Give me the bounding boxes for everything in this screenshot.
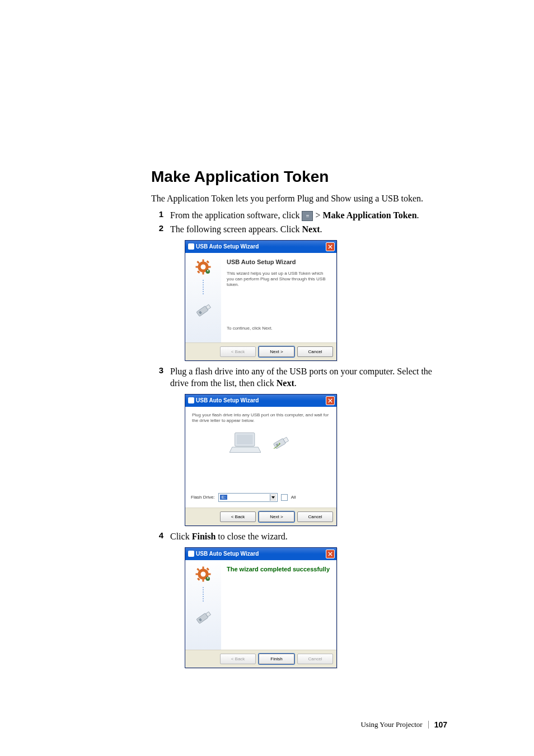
svg-rect-4	[196, 266, 199, 267]
dialog-sidebar-graphic	[185, 560, 221, 650]
usb-plug-icon	[269, 431, 292, 454]
step-2: 2 The following screen appears. Click Ne…	[151, 223, 444, 236]
step-3: 3 Plug a flash drive into any of the USB…	[151, 365, 444, 389]
step-suffix: .	[320, 224, 322, 234]
gear-icon	[195, 259, 212, 275]
step-text-after-icon: >	[315, 210, 322, 220]
step-number: 3	[151, 365, 163, 375]
svg-rect-21	[203, 566, 204, 569]
dialog-title-icon	[188, 243, 194, 250]
next-button[interactable]: Next >	[259, 346, 294, 357]
all-checkbox[interactable]	[281, 494, 288, 501]
dialog-titlebar[interactable]: USB Auto Setup Wizard	[185, 548, 336, 560]
all-label: All	[291, 495, 296, 500]
dialog-title-text: USB Auto Setup Wizard	[196, 397, 259, 403]
close-icon[interactable]	[326, 550, 335, 558]
laptop-icon	[229, 431, 261, 454]
plug-drive-instruction: Plug your flash drive into any USB port …	[192, 412, 330, 423]
wizard-complete-heading: The wizard completed successfully	[227, 566, 331, 572]
svg-rect-22	[203, 579, 204, 582]
page-number: 107	[434, 720, 447, 729]
usb-stick-icon	[192, 299, 214, 321]
svg-rect-23	[196, 573, 199, 575]
svg-point-20	[201, 571, 206, 576]
dialog-title-text: USB Auto Setup Wizard	[196, 551, 259, 557]
close-icon[interactable]	[326, 242, 335, 251]
back-button[interactable]: < Back	[220, 511, 256, 522]
dialog-titlebar[interactable]: USB Auto Setup Wizard	[185, 241, 336, 253]
wizard-heading: USB Auto Setup Wizard	[227, 259, 331, 265]
intro-paragraph: The Application Token lets you perform P…	[151, 192, 444, 205]
menu-icon	[302, 211, 313, 221]
wizard-continue-text: To continue, click Next.	[227, 326, 331, 331]
cancel-button: Cancel	[297, 654, 333, 664]
wizard-dialog-intro: USB Auto Setup Wizard	[185, 240, 337, 361]
back-button: < Back	[220, 346, 256, 357]
svg-rect-2	[203, 259, 204, 262]
step-number: 2	[151, 223, 163, 233]
step-suffix: .	[294, 378, 297, 388]
step-text: Click	[170, 532, 192, 541]
step-text: Plug a flash drive into any of the USB p…	[170, 367, 432, 388]
dialog-title: USB Auto Setup Wizard	[188, 243, 259, 250]
svg-rect-5	[208, 266, 211, 267]
step-body: The following screen appears. Click Next…	[170, 223, 444, 236]
svg-rect-3	[203, 272, 204, 275]
flash-drive-label: Flash Drive:	[191, 495, 215, 500]
footer-section: Using Your Projector	[360, 720, 422, 729]
step-text: The following screen appears. Click	[170, 224, 302, 234]
dialog-titlebar[interactable]: USB Auto Setup Wizard	[185, 395, 336, 407]
chevron-down-icon[interactable]	[270, 494, 276, 501]
cancel-button[interactable]: Cancel	[297, 346, 333, 357]
step-bold: Next	[277, 378, 294, 388]
page-heading: Make Application Token	[151, 168, 444, 186]
back-button: < Back	[220, 654, 256, 664]
step-suffix: to close the wizard.	[216, 532, 287, 541]
close-icon[interactable]	[326, 396, 335, 405]
flash-drive-select[interactable]: E:	[218, 493, 278, 502]
wizard-dialog-complete: USB Auto Setup Wizard	[185, 547, 337, 668]
step-suffix: .	[417, 210, 419, 220]
step-number: 1	[151, 209, 163, 219]
step-number: 4	[151, 530, 163, 540]
wizard-description: This wizard helps you set up a USB Token…	[227, 271, 331, 288]
wizard-dialog-select-drive: USB Auto Setup Wizard Plug your flash dr…	[185, 394, 337, 526]
cancel-button[interactable]: Cancel	[297, 511, 333, 522]
dialog-title-icon	[188, 397, 194, 403]
usb-stick-icon	[192, 606, 214, 628]
step-body: From the application software, click > M…	[170, 209, 444, 222]
dialog-footer: < Back Next > Cancel	[185, 508, 336, 525]
step-bold: Finish	[192, 532, 216, 541]
footer-divider	[428, 721, 429, 729]
dialog-title: USB Auto Setup Wizard	[188, 551, 259, 557]
step-4: 4 Click Finish to close the wizard.	[151, 530, 444, 543]
step-body: Click Finish to close the wizard.	[170, 530, 444, 543]
plug-illustration	[192, 431, 330, 454]
next-button[interactable]: Next >	[259, 511, 294, 522]
step-bold: Make Application Token	[323, 210, 417, 220]
step-body: Plug a flash drive into any of the USB p…	[170, 365, 444, 389]
step-1: 1 From the application software, click >…	[151, 209, 444, 222]
finish-button[interactable]: Finish	[259, 654, 294, 664]
gear-icon	[195, 566, 212, 583]
dialog-title-icon	[188, 551, 194, 557]
svg-rect-15	[237, 435, 253, 445]
page-footer: Using Your Projector 107	[360, 720, 447, 729]
dialog-footer: < Back Finish Cancel	[185, 650, 336, 668]
dialog-title-text: USB Auto Setup Wizard	[196, 243, 259, 250]
dialog-sidebar-graphic	[185, 253, 221, 342]
step-text: From the application software, click	[170, 210, 302, 220]
step-bold: Next	[302, 224, 320, 234]
svg-rect-24	[208, 573, 211, 575]
flash-drive-value: E:	[220, 495, 228, 500]
svg-point-1	[201, 264, 206, 269]
dialog-title: USB Auto Setup Wizard	[188, 397, 259, 403]
dialog-footer: < Back Next > Cancel	[185, 342, 336, 360]
